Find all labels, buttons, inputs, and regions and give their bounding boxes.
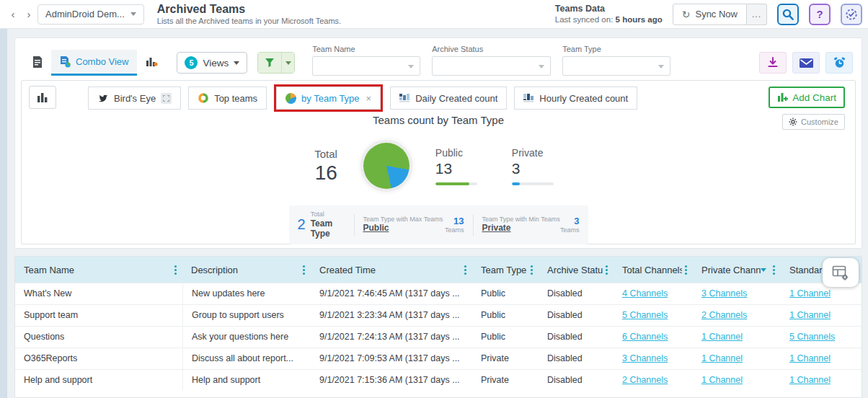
min-team-type-link[interactable]: Private <box>482 223 560 234</box>
private-channels-link[interactable]: 1 Channel <box>701 375 743 385</box>
nav-forward-button[interactable]: › <box>22 5 36 24</box>
workspace-dropdown[interactable]: AdminDroid Dem... <box>37 4 144 25</box>
expand-icon[interactable] <box>161 93 172 104</box>
bird-icon <box>97 94 109 103</box>
table-row[interactable]: O365Reports Discuss all about report... … <box>15 348 862 369</box>
add-chart-button[interactable]: Add Chart <box>769 87 845 108</box>
sync-now-button[interactable]: ↻ Sync Now <box>673 4 747 25</box>
total-channels-link[interactable]: 5 Channels <box>622 310 668 320</box>
filter-dropdown-toggle[interactable] <box>281 53 294 73</box>
chart-panel-toggle-button[interactable] <box>29 86 56 109</box>
tab-top-teams[interactable]: Top teams <box>188 87 267 110</box>
column-menu-icon[interactable] <box>773 265 775 275</box>
cell-team-name: Questions <box>15 327 182 348</box>
metric-bar-track <box>512 182 554 185</box>
team-type-pie-chart[interactable] <box>363 143 409 189</box>
download-button[interactable] <box>759 52 787 74</box>
tab-label: Hourly Created count <box>539 93 628 104</box>
scheduled-tasks-button[interactable] <box>841 4 862 25</box>
column-menu-icon[interactable] <box>464 265 466 275</box>
column-header-created-time[interactable]: Created Time <box>311 257 472 283</box>
schedule-alert-button[interactable] <box>825 52 853 74</box>
total-channels-link[interactable]: 4 Channels <box>622 288 668 298</box>
cell-created-time: 9/1/2021 7:46:45 AM (1317 days ... <box>311 283 472 304</box>
column-chooser-button[interactable] <box>823 258 859 287</box>
column-header-private-channels[interactable]: Private Channels <box>693 257 781 283</box>
envelope-icon <box>800 58 813 68</box>
tab-daily-created-count[interactable]: Daily Created count <box>390 87 507 110</box>
standard-channels-link[interactable]: 1 Channel <box>789 375 831 385</box>
tab-birds-eye[interactable]: Bird's Eye <box>88 87 181 110</box>
table-row[interactable]: Questions Ask your questions here 9/1/20… <box>15 326 862 348</box>
column-menu-icon[interactable] <box>174 265 177 275</box>
total-value: 16 <box>314 162 337 185</box>
chart-view-button[interactable] <box>137 50 167 76</box>
cell-description: New updates here <box>182 283 311 304</box>
bar-chart-icon <box>37 92 48 102</box>
private-channels-link[interactable]: 1 Channel <box>701 353 743 363</box>
standard-channels-link[interactable]: 1 Channel <box>789 353 831 363</box>
nav-back-button[interactable]: ‹ <box>6 5 20 24</box>
archive-status-select[interactable] <box>432 56 551 76</box>
filter-team-name: Team Name <box>312 45 420 76</box>
views-dropdown[interactable]: 5 Views <box>177 52 247 74</box>
table-row[interactable]: Support team Group to support users 9/1/… <box>15 304 862 326</box>
chart-tabs: Bird's Eye Top teams by Team Type × <box>88 84 637 112</box>
cell-description: Ask your questions here <box>182 327 311 348</box>
cell-team-type: Public <box>472 327 539 348</box>
table-row[interactable]: Help and support Help and support 9/1/20… <box>15 369 862 391</box>
sync-status: Teams Data Last synced on: 5 hours ago <box>555 4 663 25</box>
total-channels-link[interactable]: 3 Channels <box>622 353 668 363</box>
table-row[interactable]: What's New New updates here 9/1/2021 7:4… <box>15 283 862 304</box>
cell-archive-status: Disabled <box>539 305 614 326</box>
column-label: Private Channels <box>701 265 761 275</box>
close-icon[interactable]: × <box>366 93 372 104</box>
tab-by-team-type[interactable]: by Team Type × <box>276 87 381 110</box>
standard-channels-link[interactable]: 1 Channel <box>789 288 831 298</box>
private-channels-link[interactable]: 1 Channel <box>701 332 743 342</box>
private-channels-link[interactable]: 2 Channels <box>701 310 747 320</box>
column-header-archive-status[interactable]: Archive Status <box>539 257 614 283</box>
combo-view-icon <box>60 56 71 68</box>
column-header-team-type[interactable]: Team Type <box>472 257 539 283</box>
teams-data-label: Teams Data <box>555 4 663 15</box>
private-channels-link[interactable]: 3 Channels <box>701 288 747 298</box>
metric-bar-fill <box>435 182 469 185</box>
tab-hourly-created-count[interactable]: Hourly Created count <box>514 87 637 110</box>
column-header-total-channels[interactable]: Total Channels <box>614 257 693 283</box>
summary-min-teams: Team Type with Min Teams Private 3 Teams <box>473 214 588 236</box>
column-menu-icon[interactable] <box>685 265 687 275</box>
column-menu-icon[interactable] <box>606 265 608 275</box>
team-type-select[interactable] <box>562 56 670 76</box>
filter-label: Team Type <box>562 45 670 53</box>
filter-icon-wrap <box>258 53 281 73</box>
page-subtitle: Lists all the Archived teams in your Mic… <box>157 17 341 25</box>
summary-total-team-type: 2 Total Team Type <box>289 209 354 241</box>
total-channels-link[interactable]: 6 Channels <box>622 332 668 342</box>
team-name-select[interactable] <box>312 56 420 76</box>
combo-view-button[interactable]: Combo View <box>51 50 137 76</box>
total-channels-link[interactable]: 2 Channels <box>622 375 668 385</box>
sync-more-button[interactable]: ... <box>747 4 767 25</box>
toolbar-action-icons <box>759 52 853 74</box>
column-header-team-name[interactable]: Team Name <box>15 257 182 283</box>
help-button[interactable]: ? <box>809 4 831 25</box>
cell-archive-status: Disabled <box>539 370 614 391</box>
max-team-type-link[interactable]: Public <box>363 223 443 234</box>
customize-button[interactable]: Customize <box>782 114 845 130</box>
filter-label: Archive Status <box>432 45 551 53</box>
table-view-button[interactable] <box>24 50 51 76</box>
column-menu-icon[interactable] <box>303 265 305 275</box>
chart-title: Teams count by Team Type <box>22 114 855 126</box>
summary-caption: Team Type with Min Teams <box>482 216 560 224</box>
search-button[interactable] <box>777 4 799 25</box>
email-button[interactable] <box>792 52 820 74</box>
standard-channels-link[interactable]: 1 Channel <box>789 310 831 320</box>
filter-button[interactable] <box>257 52 295 74</box>
standard-channels-link[interactable]: 5 Channels <box>789 332 835 342</box>
column-menu-icon[interactable] <box>531 265 533 275</box>
sort-caret-icon[interactable] <box>761 268 766 272</box>
column-header-description[interactable]: Description <box>182 257 311 283</box>
column-label: Created Time <box>319 265 461 275</box>
filter-team-type: Team Type <box>562 45 670 76</box>
